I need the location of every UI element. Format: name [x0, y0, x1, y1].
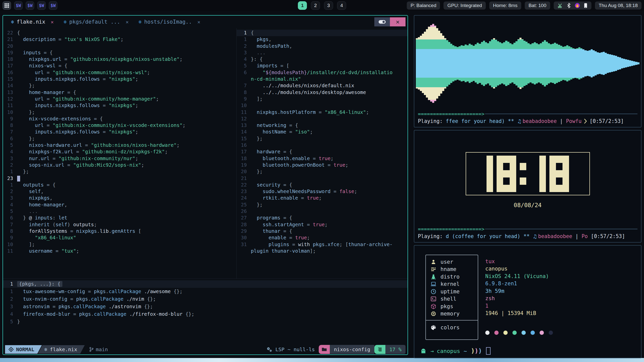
clock-widget[interactable]: 08/08/24 =====================> Playing:… — [414, 130, 641, 243]
code-line: 20 — [3, 43, 236, 50]
viz-column — [613, 16, 615, 111]
workspace-tag-4[interactable]: 4 — [337, 1, 346, 10]
pane-right[interactable]: 1{1 pkgs,2 modulesPath,3 ...4}: {5 impor… — [236, 28, 408, 279]
line-number: 23 — [3, 175, 17, 182]
system-tray[interactable] — [554, 2, 591, 10]
launcher-button-4[interactable]: $W — [49, 1, 57, 10]
pane-left[interactable]: 22{21 description = "tux's NixOS Flake";… — [3, 28, 236, 279]
palette-dots — [485, 325, 553, 340]
viz-column — [503, 16, 505, 111]
window-toggle-button[interactable] — [374, 17, 390, 26]
line-number: 1 — [3, 182, 17, 188]
playing-label: Playing: — [418, 118, 446, 124]
separator-2: | — [572, 233, 582, 239]
viz-column — [564, 16, 566, 111]
clock-glyph — [520, 156, 526, 192]
code-line: 1 pkgs, — [237, 36, 408, 43]
viz-column — [621, 16, 623, 111]
chip-icon — [430, 311, 436, 316]
neovim-window[interactable]: ❄flake.nix✕❄pkgs/default ...✕❄hosts/isoI… — [3, 15, 408, 355]
line-number: 5 — [3, 318, 17, 326]
launcher-button-2[interactable]: $W — [26, 1, 34, 10]
workspace-tag-1[interactable]: 1 — [298, 1, 307, 10]
fetch-value-distro: NixOS 24.11 (Vicuna) — [485, 273, 553, 280]
fetch-values: tuxcanopusNixOS 24.11 (Vicuna)6.9.8-zen1… — [478, 255, 553, 340]
viz-column — [593, 16, 595, 111]
tab-close-icon[interactable]: ✕ — [126, 19, 129, 25]
code-line: 23 sudo.wheelNeedsPassword = false; — [237, 188, 408, 195]
viz-column — [544, 16, 546, 111]
status-pill-1[interactable]: P: Balanced — [407, 2, 440, 10]
clock-date: 08/08/24 — [414, 202, 641, 208]
fetch-row-shell: shell — [426, 295, 478, 303]
window-controls: ✕ — [374, 17, 406, 26]
viz-column — [530, 16, 532, 111]
artist-name: beabadoobee — [522, 118, 557, 124]
fetch-value-uptime: 3h 59m — [485, 287, 553, 295]
window-close-button[interactable]: ✕ — [390, 17, 406, 26]
line-number: 20 — [3, 43, 17, 50]
viz-column — [611, 16, 613, 111]
code-line: 18 nixpkgs.url = "github:nixos/nixpkgs/n… — [3, 56, 236, 63]
line-number: 22 — [237, 182, 251, 188]
viz-column — [595, 16, 597, 111]
code-line: 2 modulesPath, — [237, 43, 408, 50]
viz-column — [609, 16, 611, 111]
viz-column — [623, 16, 625, 111]
pane-bottom[interactable]: 1{pkgs, ...}: {1 tux-awesome-wm-config =… — [3, 279, 408, 344]
line-number: 3 — [3, 303, 17, 310]
clock-glyph — [487, 156, 493, 192]
penguin-icon — [430, 274, 436, 280]
tab-hosts/isoImag..[interactable]: ❄hosts/isoImag..✕ — [139, 19, 200, 25]
tab-flake.nix[interactable]: ❄flake.nix✕ — [11, 19, 54, 25]
fetch-value-memory: 1946 | 15394 MiB — [485, 310, 553, 317]
terminal-prompt[interactable]: → canopus ~ ))) — [420, 347, 641, 355]
visualizer-widget[interactable]: =====================> Playing: ffee for… — [414, 15, 641, 127]
viz-column — [461, 16, 463, 111]
tab-close-icon[interactable]: ✕ — [51, 19, 54, 25]
code-line: 16 url = "github:nix-community/nixos-wsl… — [3, 69, 236, 76]
viz-column — [424, 16, 426, 111]
code-line: 3 nur.url = "github:nix-community/nur"; — [3, 155, 236, 162]
launcher-button-1[interactable]: $W — [14, 1, 23, 10]
viz-column — [532, 16, 534, 111]
viz-column — [519, 16, 521, 111]
editor-panes: 22{21 description = "tux's NixOS Flake";… — [3, 28, 408, 344]
code-line: 7 ../../modules/nixos/default.nix — [237, 82, 408, 89]
viz-column — [436, 16, 438, 111]
track-progress: =====================> — [414, 111, 641, 117]
status-pill-3[interactable]: Home: 8ms — [489, 2, 521, 10]
progress-dashes-2: =====================> — [418, 226, 485, 232]
awesome-menu-button[interactable] — [3, 1, 11, 10]
viz-column — [471, 16, 473, 111]
tab-close-icon[interactable]: ✕ — [197, 19, 200, 25]
status-pill-4[interactable]: Bat: 100 — [525, 2, 550, 10]
status-pill-2[interactable]: GPU: Integrated — [444, 2, 486, 10]
fetch-widget[interactable]: userhnamedistrokerneluptimeshellpkgsmemo… — [414, 245, 641, 358]
workspace-tag-2[interactable]: 2 — [311, 1, 320, 10]
viz-column — [483, 16, 485, 111]
viz-column — [582, 16, 584, 111]
viz-column — [493, 16, 495, 111]
fetch-row-pkgs: pkgs — [426, 303, 478, 310]
line-number: 7 — [237, 82, 251, 89]
viz-column — [521, 16, 524, 111]
viz-column — [511, 16, 513, 111]
system-fetch: userhnamedistrokerneluptimeshellpkgsmemo… — [425, 255, 641, 340]
datetime-pill[interactable]: Thu Aug 08, 18:18 — [595, 2, 641, 10]
palette-icon — [430, 325, 436, 330]
code-line: 3 astronvim = pkgs.callPackage ./astronv… — [3, 303, 408, 310]
code-line: 1{ — [237, 30, 408, 36]
fetch-rows: userhnamedistrokerneluptimeshellpkgsmemo… — [426, 255, 478, 320]
chevron-right-icon — [582, 118, 590, 124]
ghost-icon — [420, 348, 427, 354]
line-number: 21 — [237, 175, 251, 182]
launcher-button-3[interactable]: $W — [37, 1, 46, 10]
code-line: 4}: { — [237, 56, 408, 63]
code-line: 22{ — [3, 30, 236, 36]
line-number: 4 — [3, 149, 17, 155]
code-line: n-cd-minimal.nix" — [237, 76, 408, 82]
tab-pkgs/default ...[interactable]: ❄pkgs/default ...✕ — [64, 19, 129, 25]
workspace-tag-3[interactable]: 3 — [324, 1, 333, 10]
song-title: ffee for your head) ** — [446, 118, 517, 124]
